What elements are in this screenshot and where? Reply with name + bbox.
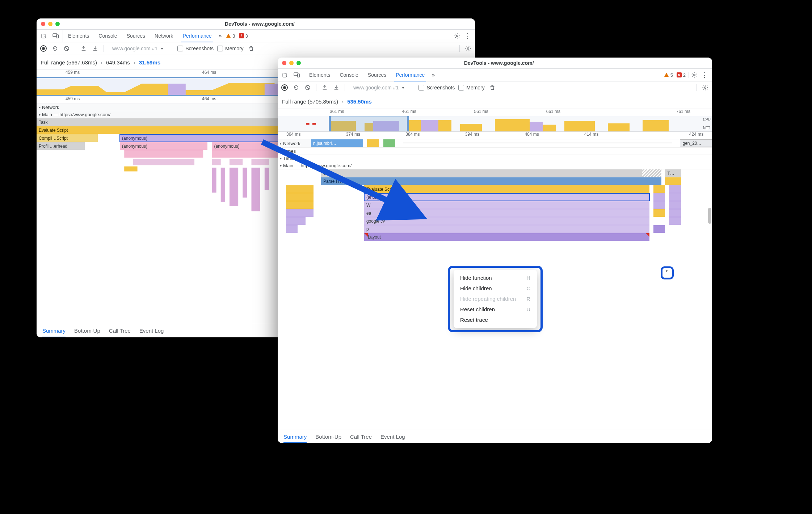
errors-badge[interactable]: ! 3 bbox=[239, 33, 248, 39]
tabs-overflow-icon[interactable]: » bbox=[217, 33, 224, 39]
garbage-collect-icon[interactable] bbox=[247, 45, 255, 52]
flame-bar[interactable] bbox=[669, 209, 681, 217]
minimize-icon[interactable] bbox=[289, 61, 294, 65]
download-icon[interactable] bbox=[332, 84, 340, 92]
overview-strip[interactable]: CPU NET bbox=[278, 116, 712, 131]
tab-network[interactable]: Network bbox=[150, 30, 177, 42]
details-tab-eventlog[interactable]: Event Log bbox=[139, 324, 164, 337]
menu-hide-function[interactable]: Hide function H bbox=[454, 273, 537, 283]
download-icon[interactable] bbox=[91, 45, 99, 52]
flame-bar[interactable] bbox=[665, 177, 681, 185]
reload-and-record-button[interactable] bbox=[51, 45, 59, 52]
trace-select[interactable]: www.google.com #1 ▾ bbox=[108, 45, 168, 52]
flame-layout[interactable]: Layout bbox=[364, 233, 649, 241]
network-track-body[interactable]: n,jsa,mb4… gen_20… bbox=[311, 139, 712, 147]
track-header-network[interactable]: Network bbox=[278, 139, 311, 147]
flame-parse-html[interactable]: Parse HTML bbox=[321, 177, 661, 185]
flame-google-cv[interactable]: google.cv bbox=[364, 217, 649, 225]
tab-console[interactable]: Console bbox=[335, 69, 362, 81]
flame-task[interactable]: Task bbox=[321, 169, 642, 177]
tab-performance[interactable]: Performance bbox=[391, 69, 429, 81]
flame-bar[interactable] bbox=[653, 193, 665, 201]
close-icon[interactable] bbox=[282, 61, 286, 65]
flame-bar[interactable] bbox=[653, 209, 665, 217]
settings-icon[interactable] bbox=[453, 32, 461, 40]
warnings-badge[interactable]: 3 bbox=[226, 33, 235, 39]
record-button[interactable] bbox=[39, 45, 47, 52]
flame-bar[interactable] bbox=[286, 209, 314, 217]
zoom-icon[interactable] bbox=[55, 22, 60, 26]
details-tab-bottomup[interactable]: Bottom-Up bbox=[315, 430, 341, 443]
flame-bar[interactable] bbox=[669, 201, 681, 209]
close-icon[interactable] bbox=[41, 22, 45, 26]
flame-anonymous-selected[interactable]: (anonymous) bbox=[364, 193, 649, 201]
warnings-badge[interactable]: 5 bbox=[664, 72, 673, 78]
tab-performance[interactable]: Performance bbox=[178, 30, 216, 42]
tab-elements[interactable]: Elements bbox=[64, 30, 93, 42]
details-tab-summary[interactable]: Summary bbox=[283, 430, 307, 443]
screenshots-checkbox[interactable]: Screenshots bbox=[418, 85, 455, 90]
flame-evaluate-script[interactable]: Evaluate Script bbox=[364, 185, 649, 193]
flame-bar[interactable] bbox=[286, 185, 314, 193]
flame-W[interactable]: W bbox=[364, 201, 649, 209]
errors-badge[interactable]: ✕ 2 bbox=[677, 72, 686, 78]
device-mode-icon[interactable] bbox=[293, 71, 301, 79]
flame-bar[interactable] bbox=[286, 201, 314, 209]
inspect-element-icon[interactable] bbox=[40, 32, 48, 40]
flame-bar[interactable] bbox=[653, 201, 665, 209]
network-chip[interactable] bbox=[383, 139, 395, 147]
clear-button[interactable] bbox=[304, 84, 312, 92]
menu-reset-trace[interactable]: Reset trace bbox=[454, 315, 537, 325]
minimize-icon[interactable] bbox=[48, 22, 52, 26]
flame-chart[interactable]: Task T… Parse HTML Evaluate Script (anon… bbox=[278, 169, 712, 245]
screenshots-checkbox[interactable]: Screenshots bbox=[177, 46, 214, 51]
menu-hide-children[interactable]: Hide children C bbox=[454, 283, 537, 294]
more-icon[interactable]: ⋮ bbox=[462, 32, 473, 40]
flame-bar[interactable] bbox=[653, 225, 665, 233]
flame-p[interactable]: p bbox=[364, 225, 649, 233]
flame-ea[interactable]: ea bbox=[364, 209, 649, 217]
track-header-timings[interactable]: Timings bbox=[278, 155, 712, 162]
flame-bar[interactable] bbox=[286, 225, 298, 233]
flame-profiling-overhead[interactable]: Profili…erhead bbox=[37, 142, 85, 150]
track-main-header[interactable]: Main — https://www.google.com/ bbox=[278, 162, 712, 169]
details-tab-calltree[interactable]: Call Tree bbox=[350, 430, 372, 443]
memory-checkbox[interactable]: Memory bbox=[458, 85, 485, 90]
network-chip-right[interactable]: gen_20… bbox=[680, 139, 712, 147]
flame-bar[interactable] bbox=[653, 185, 665, 193]
track-header-frames[interactable]: Frames bbox=[278, 148, 712, 155]
track-timings[interactable]: Timings bbox=[278, 155, 712, 162]
details-tab-bottomup[interactable]: Bottom-Up bbox=[74, 324, 100, 337]
zoom-icon[interactable] bbox=[296, 61, 301, 65]
tab-sources[interactable]: Sources bbox=[122, 30, 150, 42]
flame-bar[interactable] bbox=[669, 185, 681, 193]
tab-elements[interactable]: Elements bbox=[305, 69, 335, 81]
flame-anonymous[interactable]: (anonymous) bbox=[120, 142, 207, 150]
flame-bar[interactable] bbox=[286, 217, 306, 225]
trace-select[interactable]: www.google.com #1 ▾ bbox=[349, 84, 409, 91]
record-button[interactable] bbox=[281, 84, 289, 92]
memory-checkbox[interactable]: Memory bbox=[217, 46, 244, 51]
upload-icon[interactable] bbox=[321, 84, 329, 92]
track-header-main[interactable]: Main — https://www.google.com/ bbox=[278, 162, 712, 169]
more-icon[interactable]: ⋮ bbox=[699, 71, 710, 79]
tab-sources[interactable]: Sources bbox=[363, 69, 391, 81]
settings-icon[interactable] bbox=[690, 71, 698, 79]
network-chip[interactable]: n,jsa,mb4… bbox=[311, 139, 363, 147]
range-full[interactable]: Full range (5705.85ms) bbox=[282, 98, 338, 105]
flame-task-hatch[interactable] bbox=[642, 169, 661, 177]
tabs-overflow-icon[interactable]: » bbox=[430, 72, 437, 78]
track-network[interactable]: Network n,jsa,mb4… gen_20… bbox=[278, 139, 712, 148]
range-full[interactable]: Full range (5667.63ms) bbox=[41, 59, 97, 66]
details-tab-eventlog[interactable]: Event Log bbox=[380, 430, 405, 443]
upload-icon[interactable] bbox=[80, 45, 88, 52]
device-mode-icon[interactable] bbox=[52, 32, 60, 40]
clear-button[interactable] bbox=[63, 45, 71, 52]
flame-task-right[interactable]: T… bbox=[665, 169, 681, 177]
reload-and-record-button[interactable] bbox=[292, 84, 300, 92]
flame-bar[interactable] bbox=[286, 193, 314, 201]
details-tab-calltree[interactable]: Call Tree bbox=[109, 324, 131, 337]
entry-dropdown-icon[interactable]: ▾ bbox=[664, 269, 669, 273]
garbage-collect-icon[interactable] bbox=[488, 84, 496, 92]
capture-settings-icon[interactable] bbox=[701, 84, 709, 92]
